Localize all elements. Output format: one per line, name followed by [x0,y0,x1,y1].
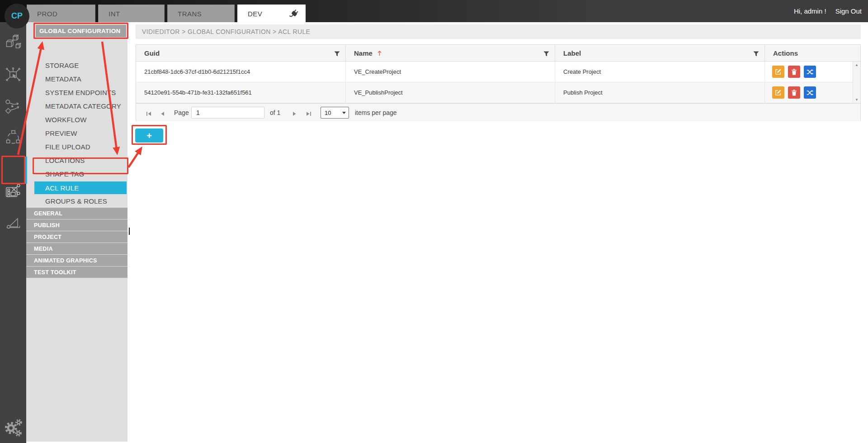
filter-icon[interactable] [543,50,549,58]
filter-icon[interactable] [334,50,340,58]
pager: Page of 1 10 items per page [136,103,860,121]
nav-section-general[interactable]: GENERAL [26,208,127,219]
app-root: PROD INT TRANS DEV Hi, admin ! Sign Out … [0,0,868,443]
settings-gears-icon[interactable] [3,417,23,437]
page-size-select[interactable]: 10 [321,107,349,119]
env-tab-dev[interactable]: DEV [237,5,306,22]
nav-section-publish[interactable]: PUBLISH [26,219,127,231]
modules-icon[interactable] [3,33,23,52]
cell-name: VE_CreateProject [346,62,555,82]
nav-item-storage[interactable]: STORAGE [45,60,79,70]
tab-label: DEV [248,10,262,18]
last-page-button[interactable] [306,110,311,118]
nav-item-workflow[interactable]: WORKFLOW [45,114,87,124]
column-label: Name [354,49,373,57]
table-scrollbar[interactable]: ▲ ▼ [853,62,860,103]
table-row[interactable]: 21cbf848-1dc6-37cf-d1b0-6d21215f1cc4 VE_… [136,62,854,82]
column-header-label[interactable]: Label [555,45,765,61]
page-size-value: 10 [325,110,331,116]
column-label: Actions [773,49,798,57]
page-label: Page [174,109,189,116]
first-page-button[interactable] [146,110,151,118]
nav-item-metadata[interactable]: METADATA [45,74,81,84]
top-bar: PROD INT TRANS DEV Hi, admin ! Sign Out [0,0,868,22]
test-tools-icon[interactable] [3,213,23,233]
text-cursor-artifact [129,228,130,235]
column-label: Label [563,49,581,57]
column-header-actions: Actions [765,45,860,61]
sort-asc-icon [377,50,382,56]
nav-item-groups-roles[interactable]: GROUPS & ROLES [45,196,107,206]
nav-item-system-endpoints[interactable]: SYSTEM ENDPOINTS [45,87,116,97]
env-tab-trans[interactable]: TRANS [167,5,235,22]
tab-label: PROD [37,10,57,18]
active-icon-indicator [25,157,27,184]
cycle-icon[interactable] [3,128,23,148]
nav-panel: GLOBAL CONFIGURATION STORAGE METADATA SY… [26,22,127,442]
shuffle-button[interactable] [804,66,816,78]
cell-name: VE_PublishProject [346,82,555,103]
nav-item-file-upload[interactable]: FILE UPLOAD [45,142,90,152]
edit-button[interactable] [772,66,784,78]
breadcrumb: VIDIEDITOR > GLOBAL CONFIGURATION > ACL … [136,24,861,39]
nav-section-media[interactable]: MEDIA [26,243,127,254]
nav-section-test-toolkit[interactable]: TEST TOOLKIT [26,267,127,278]
page-number-input[interactable] [191,107,264,119]
previous-page-button[interactable] [160,110,165,118]
nav-item-preview[interactable]: PREVIEW [45,128,77,138]
delete-button[interactable] [788,66,800,78]
avatar[interactable]: CP [5,4,29,29]
edit-button[interactable] [772,86,784,99]
icon-sidebar [0,22,26,443]
table-header-row: Guid Name Label [136,45,860,62]
tab-label: INT [108,10,120,18]
cell-guid: 21cbf848-1dc6-37cf-d1b0-6d21215f1cc4 [136,62,346,82]
plug-icon [289,9,299,20]
tab-label: TRANS [178,10,202,18]
acl-rules-table: Guid Name Label [136,44,861,121]
cell-label: Publish Project [555,82,765,103]
editor-icon[interactable] [3,182,23,202]
user-greeting: Hi, admin ! [794,7,826,15]
env-tab-prod[interactable]: PROD [27,5,95,22]
sign-out-link[interactable]: Sign Out [835,7,862,15]
items-per-page-label: items per page [355,109,397,116]
chevron-down-icon [342,112,346,114]
nav-section-project[interactable]: PROJECT [26,231,127,243]
cell-actions [765,82,854,103]
cell-guid: 54120e91-554b-471b-fe31-132fa651f561 [136,82,346,103]
nav-section-animated-graphics[interactable]: ANIMATED GRAPHICS [26,255,127,266]
table-row[interactable]: 54120e91-554b-471b-fe31-132fa651f561 VE_… [136,82,854,103]
workflow-icon[interactable] [3,96,23,116]
nav-item-locations[interactable]: LOCATIONS [45,155,85,165]
nav-item-metadata-category[interactable]: METADATA CATEGORY [45,101,121,111]
add-acl-rule-button[interactable]: + [135,129,163,143]
scroll-up-icon[interactable]: ▲ [853,63,860,67]
integration-icon[interactable] [3,65,23,85]
delete-button[interactable] [788,86,800,99]
nav-item-shape-tag[interactable]: SHAPE TAG [45,169,84,179]
column-header-name[interactable]: Name [346,45,555,61]
cell-actions [765,62,854,82]
cell-label: Create Project [555,62,765,82]
column-label: Guid [144,49,160,57]
nav-header-global-configuration[interactable]: GLOBAL CONFIGURATION [36,25,126,37]
env-tab-int[interactable]: INT [98,5,165,22]
filter-icon[interactable] [753,50,759,58]
page-of-label: of 1 [270,109,280,116]
column-header-guid[interactable]: Guid [136,45,346,61]
shuffle-button[interactable] [804,86,816,99]
next-page-button[interactable] [292,110,297,118]
nav-item-acl-rule[interactable]: ACL RULE [34,181,127,194]
scroll-down-icon[interactable]: ▼ [853,98,860,102]
